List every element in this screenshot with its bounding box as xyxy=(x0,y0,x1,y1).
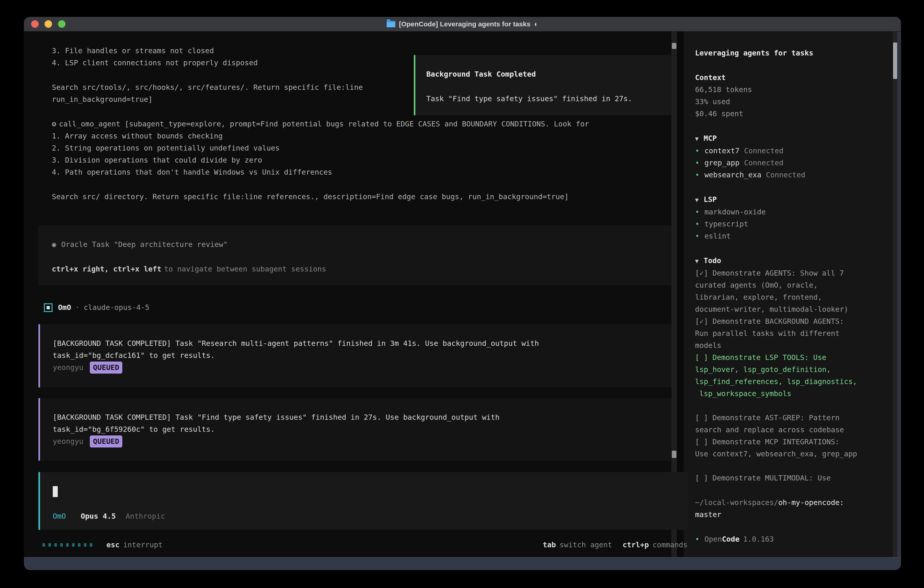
maximize-button[interactable] xyxy=(58,20,66,28)
ctrlp-key-label: commands xyxy=(653,539,688,551)
hint-keys: ctrl+x right, ctrl+x left xyxy=(52,265,162,273)
todo-heading[interactable]: ▼Todo xyxy=(695,255,889,267)
todo-item-done: [✓]Demonstrate BACKGROUND AGENTS: xyxy=(695,315,889,327)
context-heading: Context xyxy=(695,72,889,84)
workspace-info: ~/local-workspaces/oh-my-opencode: maste… xyxy=(695,497,889,521)
todo-item-line: Use context7, websearch_exa, grep_app xyxy=(695,448,889,460)
bullet-icon: • xyxy=(695,232,700,240)
tool-call-item: 2. String operations on potentially unde… xyxy=(52,142,672,154)
todo-item-line: librarian, explore, frontend, xyxy=(695,291,889,303)
sidebar-scrollbar-thumb[interactable] xyxy=(893,43,897,79)
queued-message: [BACKGROUND TASK COMPLETED] Task "Find t… xyxy=(38,398,672,461)
window-right-edge xyxy=(898,31,901,557)
background-task-notification: Background Task Completed Task "Find typ… xyxy=(414,55,672,115)
workspace-branch: master xyxy=(695,509,889,521)
todo-item-line: document-writer, multimodal-looker) xyxy=(695,303,889,315)
scrollbar-thumb-top[interactable] xyxy=(672,43,676,49)
tool-call-text: call_omo_agent [subagent_type=explore, p… xyxy=(59,120,589,128)
active-agent[interactable]: OmO xyxy=(53,512,66,520)
mcp-item: •grep_appConnected xyxy=(695,157,889,169)
queued-message-line: [BACKGROUND TASK COMPLETED] Task "Resear… xyxy=(53,337,672,350)
app-window: [OpenCode] Leveraging agents for tasks ◐… xyxy=(24,17,901,570)
model-provider: Anthropic xyxy=(125,512,165,520)
tool-call-item: 4. Path operations that don't handle Win… xyxy=(52,166,672,178)
tool-call-item: 3. Division operations that could divide… xyxy=(52,154,672,166)
mcp-heading[interactable]: ▼MCP xyxy=(695,132,889,145)
tool-call-line: ⚙call_omo_agent [subagent_type=explore, … xyxy=(52,118,672,130)
lsp-item: •eslint xyxy=(695,230,889,242)
chevron-down-icon: ▼ xyxy=(695,258,699,264)
agent-model: claude-opus-4-5 xyxy=(84,302,149,314)
mcp-item: •websearch_exaConnected xyxy=(695,169,889,181)
chevron-down-icon: ▼ xyxy=(695,197,699,203)
context-used: 33% used xyxy=(695,96,889,108)
mcp-section: ▼MCP •context7Connected •grep_appConnect… xyxy=(695,132,889,181)
separator-dot: · xyxy=(75,302,79,314)
version-line: •OpenCode1.0.163 xyxy=(695,533,889,545)
queued-message-line: task_id="bg_dcfac161" to get results. xyxy=(53,350,672,362)
lsp-item: •typescript xyxy=(695,218,889,230)
window-title-text: [OpenCode] Leveraging agents for tasks xyxy=(399,20,530,28)
user-name: yeongyu xyxy=(53,437,83,446)
session-title: Leveraging agents for tasks xyxy=(695,47,889,59)
hint-text: to navigate between subagent sessions xyxy=(164,265,326,273)
close-button[interactable] xyxy=(31,20,39,28)
lsp-heading[interactable]: ▼LSP xyxy=(695,193,889,206)
agent-header: OmO · claude-opus-4-5 xyxy=(44,302,672,314)
model-line: OmO Opus 4.5 Anthropic xyxy=(53,510,165,522)
esc-key-label: interrupt xyxy=(123,539,163,551)
notification-title: Background Task Completed xyxy=(426,68,672,80)
bullet-icon: • xyxy=(695,159,700,167)
agent-name: OmO xyxy=(58,302,71,314)
tool-call-end: Search src/ directory. Return specific f… xyxy=(52,191,672,203)
todo-item-pending: []Demonstrate MCP INTEGRATIONS: xyxy=(695,436,889,448)
active-model[interactable]: Opus 4.5 xyxy=(81,512,116,520)
todo-item-pending: []Demonstrate MULTIMODAL: Use xyxy=(695,472,889,484)
lsp-section: ▼LSP •markdown-oxide •typescript •eslint xyxy=(695,193,889,242)
oracle-task-box[interactable]: ◉Oracle Task "Deep architecture review" … xyxy=(38,225,672,285)
queued-message-footer: yeongyuQUEUED xyxy=(53,435,672,448)
bullet-icon: • xyxy=(695,220,700,228)
folder-icon xyxy=(387,21,395,27)
esc-key-hint: esc xyxy=(106,539,120,551)
todo-item-pending: []Demonstrate AST-GREP: Pattern xyxy=(695,412,889,424)
chevron-down-icon: ▼ xyxy=(695,135,699,142)
window-title: [OpenCode] Leveraging agents for tasks ◐ xyxy=(387,20,538,28)
todo-item-line: search and replace across codebase xyxy=(695,424,889,436)
oracle-task-label: ◉Oracle Task "Deep architecture review" xyxy=(52,238,672,251)
context-section: Context 66,518 tokens 33% used $0.46 spe… xyxy=(695,72,889,120)
ctrlp-key-hint: ctrl+p xyxy=(622,539,649,551)
tab-key-hint: tab xyxy=(543,539,556,551)
todo-section: ▼Todo [✓]Demonstrate AGENTS: Show all 7 … xyxy=(695,255,889,484)
todo-item-line: Run parallel tasks with different xyxy=(695,327,889,339)
todo-item-line: lsp_workspace_symbols xyxy=(695,388,889,400)
user-name: yeongyu xyxy=(53,363,83,372)
window-bottom-bar xyxy=(24,557,901,570)
tool-call-item: 1. Array access without bounds checking xyxy=(52,130,672,142)
text-cursor xyxy=(53,486,58,497)
check-icon: ✓ xyxy=(700,317,704,325)
todo-item-line: lsp_find_references, lsp_diagnostics, xyxy=(695,376,889,388)
scrollbar-thumb-bottom[interactable] xyxy=(672,451,676,458)
queued-message-line: [BACKGROUND TASK COMPLETED] Task "Find t… xyxy=(53,411,672,423)
queued-message-line: task_id="bg_6f59260c" to get results. xyxy=(53,423,672,435)
lsp-item: •markdown-oxide xyxy=(695,206,889,218)
oracle-icon: ◉ xyxy=(52,240,56,249)
todo-item-current: []Demonstrate LSP TOOLS: Use xyxy=(695,352,889,363)
sidebar-scrollbar[interactable] xyxy=(893,31,898,557)
bullet-icon: • xyxy=(695,147,700,155)
minimize-button[interactable] xyxy=(45,20,52,28)
context-spent: $0.46 spent xyxy=(695,108,889,120)
sidebar: Leveraging agents for tasks Context 66,5… xyxy=(684,31,893,557)
session-power-icon: ◐ xyxy=(534,20,538,28)
prompt-input[interactable]: OmO Opus 4.5 Anthropic xyxy=(38,472,688,530)
status-badge: QUEUED xyxy=(90,435,122,448)
todo-item-done: [✓]Demonstrate AGENTS: Show all 7 xyxy=(695,267,889,279)
bullet-icon: • xyxy=(695,208,700,216)
notification-body: Task "Find type safety issues" finished … xyxy=(426,93,672,105)
bullet-icon: • xyxy=(695,535,700,543)
agent-icon xyxy=(44,303,53,312)
queued-message: [BACKGROUND TASK COMPLETED] Task "Resear… xyxy=(38,324,672,387)
context-tokens: 66,518 tokens xyxy=(695,84,889,96)
status-badge: QUEUED xyxy=(90,362,122,373)
